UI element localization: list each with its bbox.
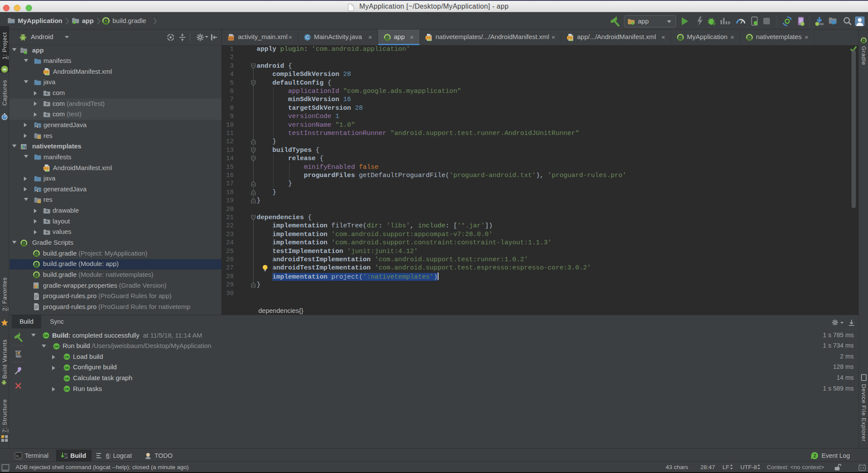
svg-text:01: 01 [64,453,68,456]
svg-text:10: 10 [64,457,68,460]
svg-text:>_: >_ [16,454,21,459]
svg-text:2: 2 [813,453,816,458]
